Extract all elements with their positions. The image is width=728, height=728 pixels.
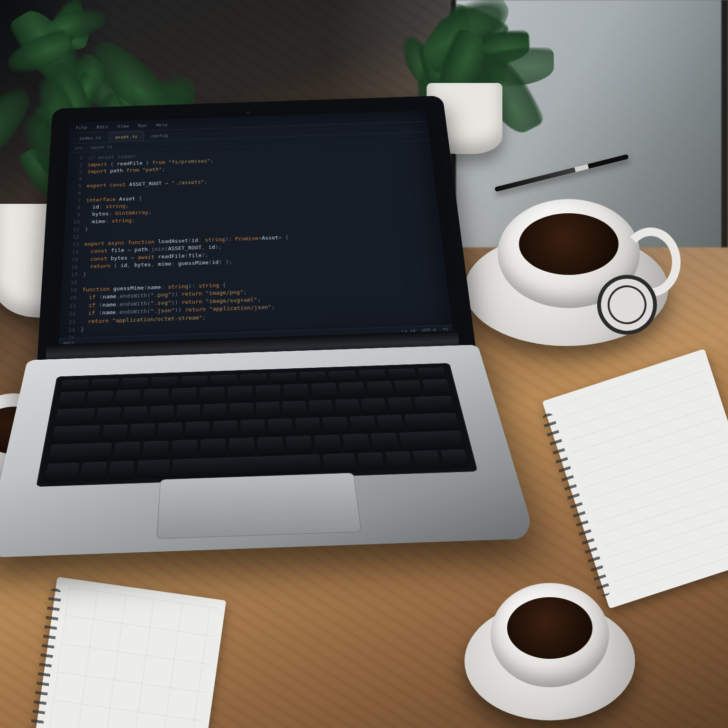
keyboard-key[interactable] — [387, 397, 414, 413]
keyboard-key[interactable] — [143, 389, 169, 404]
keyboard-key[interactable] — [328, 371, 356, 382]
keyboard-key[interactable] — [366, 381, 394, 397]
keyboard-key[interactable] — [342, 434, 370, 452]
keyboard-key[interactable] — [203, 403, 227, 419]
editor-tab[interactable]: asset.ts — [109, 131, 144, 142]
keyboard-key[interactable] — [142, 441, 169, 458]
keyboard-key[interactable] — [357, 452, 385, 470]
menu-item[interactable]: Edit — [96, 124, 108, 130]
keyboard-key[interactable] — [286, 436, 313, 454]
line-number: 21 — [60, 301, 82, 310]
keyboard-key[interactable] — [172, 455, 321, 477]
keyboard-key[interactable] — [151, 376, 178, 387]
keyboard-key[interactable] — [113, 442, 140, 459]
laptop-lid: FileEditViewRunHelp index.tsasset.tsconf… — [37, 96, 476, 367]
keyboard-key[interactable] — [371, 433, 399, 451]
keyboard-key[interactable] — [86, 391, 113, 406]
keyboard-key[interactable] — [136, 460, 170, 478]
keyboard-key[interactable] — [270, 373, 297, 383]
keyboard-key[interactable] — [58, 391, 85, 407]
keyboard-key[interactable] — [295, 418, 321, 434]
keyboard-key[interactable] — [417, 367, 446, 378]
line-number: 12 — [64, 233, 85, 241]
keyboard-key[interactable] — [268, 419, 293, 435]
keyboard-key[interactable] — [228, 386, 253, 401]
keyboard-key[interactable] — [108, 461, 135, 479]
line-number: 6 — [66, 190, 87, 197]
keyboard-key[interactable] — [255, 385, 281, 400]
editor-code-area[interactable]: 1// asset loader2import { readFile } fro… — [59, 141, 452, 338]
keyboard-key[interactable] — [282, 401, 307, 417]
keyboard-key[interactable] — [48, 443, 112, 462]
keyboard-key[interactable] — [350, 416, 377, 432]
code-content: } — [85, 226, 89, 233]
keyboard-key[interactable] — [45, 463, 80, 481]
keyboard-key[interactable] — [314, 435, 342, 453]
keyboard-key[interactable] — [256, 401, 280, 418]
keyboard-key[interactable] — [399, 431, 464, 449]
coffee-cup-right — [464, 199, 673, 341]
keyboard-key[interactable] — [121, 378, 149, 389]
keyboard-key[interactable] — [171, 388, 197, 403]
laptop-screen: FileEditViewRunHelp index.tsasset.tsconf… — [58, 110, 453, 347]
keyboard-key[interactable] — [123, 406, 148, 422]
keyboard-key[interactable] — [414, 396, 455, 412]
editor-tab[interactable]: index.ts — [73, 132, 108, 144]
keyboard-key[interactable] — [240, 373, 267, 384]
keyboard-key[interactable] — [101, 424, 128, 441]
keyboard-key[interactable] — [323, 453, 357, 472]
keyboard-key[interactable] — [358, 369, 387, 380]
keyboard-key[interactable] — [299, 372, 327, 382]
keyboard-key[interactable] — [210, 374, 237, 385]
keyboard-key[interactable] — [394, 380, 422, 396]
menu-item[interactable]: File — [76, 125, 88, 131]
keyboard-key[interactable] — [213, 420, 237, 437]
keyboard-key[interactable] — [200, 439, 226, 456]
keyboard-key[interactable] — [61, 380, 90, 391]
keyboard-key[interactable] — [257, 437, 284, 455]
keyboard-key[interactable] — [361, 398, 387, 414]
keyboard-key[interactable] — [240, 419, 265, 436]
keyboard-key[interactable] — [385, 451, 413, 469]
keyboard-key[interactable] — [440, 449, 469, 467]
keyboard-key[interactable] — [80, 462, 107, 480]
line-number: 1 — [68, 155, 88, 162]
keyboard-key[interactable] — [200, 387, 225, 402]
keyboard-key[interactable] — [335, 399, 360, 415]
menu-item[interactable]: View — [117, 123, 129, 129]
keyboard-key[interactable] — [388, 368, 417, 379]
line-number: 16 — [63, 263, 83, 272]
keyboard-key[interactable] — [311, 383, 337, 399]
keyboard-key[interactable] — [413, 450, 441, 468]
keyboard-key[interactable] — [176, 404, 200, 420]
keyboard-key[interactable] — [229, 438, 255, 455]
line-number: 11 — [64, 226, 85, 234]
keyboard-key[interactable] — [422, 379, 450, 395]
keyboard-key[interactable] — [229, 402, 253, 419]
keyboard-key[interactable] — [157, 422, 183, 439]
code-content: } — [81, 326, 84, 334]
keyboard-key[interactable] — [185, 421, 210, 438]
keyboard-key[interactable] — [115, 390, 141, 405]
keyboard-key[interactable] — [55, 408, 95, 425]
menu-item[interactable]: Run — [138, 123, 146, 129]
keyboard-key[interactable] — [181, 375, 208, 386]
keyboard-key[interactable] — [309, 400, 334, 416]
editor-tab[interactable]: config — [145, 130, 174, 141]
keyboard-key[interactable] — [96, 407, 121, 423]
laptop-trackpad[interactable] — [156, 473, 361, 539]
keyboard-key[interactable] — [149, 405, 174, 421]
keyboard-key[interactable] — [91, 379, 119, 390]
keyboard-key[interactable] — [377, 415, 405, 431]
line-number: 4 — [67, 175, 87, 183]
keyboard-key[interactable] — [283, 384, 309, 400]
line-number: 23 — [60, 318, 82, 326]
keyboard-key[interactable] — [322, 417, 349, 433]
keyboard-key[interactable] — [52, 425, 101, 443]
keyboard-key[interactable] — [339, 382, 366, 398]
menu-item[interactable]: Help — [156, 122, 167, 128]
keyboard-key[interactable] — [404, 413, 459, 430]
keyboard-key[interactable] — [171, 440, 197, 457]
keyboard-key[interactable] — [129, 423, 155, 440]
laptop-keyboard[interactable] — [36, 363, 478, 487]
